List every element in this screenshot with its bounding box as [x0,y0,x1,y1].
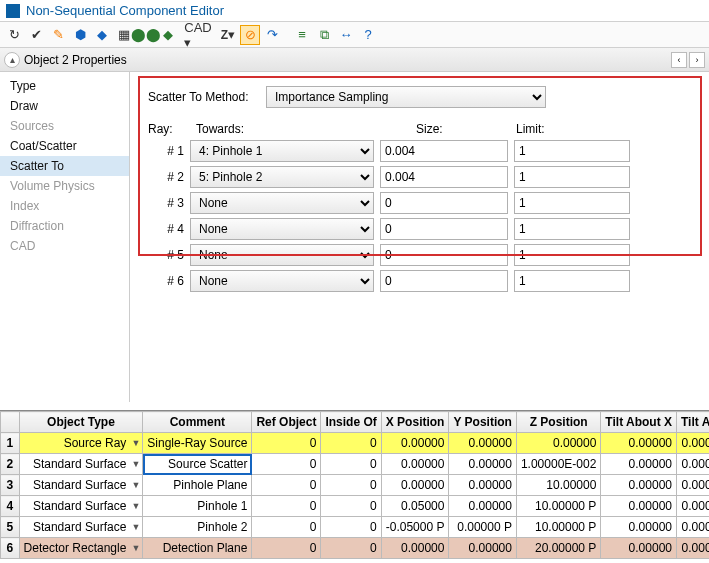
cell-r5-c1[interactable]: Standard Surface▼ [19,517,143,538]
cell-r4-c4[interactable]: 0 [321,496,381,517]
cell-r3-c6[interactable]: 0.00000 [449,475,516,496]
cell-r3-c3[interactable]: 0 [252,475,321,496]
cell-r1-c4[interactable]: 0 [321,433,381,454]
col-ref-object[interactable]: Ref Object [252,412,321,433]
cell-r2-c3[interactable]: 0 [252,454,321,475]
limit-input-6[interactable] [514,270,630,292]
wand-icon[interactable]: ✎ [48,25,68,45]
cell-r4-c6[interactable]: 0.00000 [449,496,516,517]
cell-r1-c9[interactable]: 0.00000 [677,433,710,454]
cell-r4-c8[interactable]: 0.00000 [601,496,677,517]
tree-icon[interactable]: ⧉ [314,25,334,45]
cell-r2-c7[interactable]: 1.00000E-002 [516,454,600,475]
cell-r5-c6[interactable]: 0.00000 P [449,517,516,538]
col-z-position[interactable]: Z Position [516,412,600,433]
sidebar-item-draw[interactable]: Draw [0,96,129,116]
sidebar-item-type[interactable]: Type [0,76,129,96]
cell-r1-c7[interactable]: 0.00000 [516,433,600,454]
cad-dropdown[interactable]: CAD ▾ [188,25,208,45]
cell-r2-c8[interactable]: 0.00000 [601,454,677,475]
col-tilt-abo[interactable]: Tilt Abo [677,412,710,433]
col-inside-of[interactable]: Inside Of [321,412,381,433]
cell-r3-c8[interactable]: 0.00000 [601,475,677,496]
cell-r2-c5[interactable]: 0.00000 [381,454,449,475]
cell-r1-c3[interactable]: 0 [252,433,321,454]
cell-r4-c3[interactable]: 0 [252,496,321,517]
cell-r3-c0[interactable]: 3 [1,475,20,496]
sidebar-item-cad[interactable]: CAD [0,236,129,256]
list-icon[interactable]: ≡ [292,25,312,45]
cell-r6-c8[interactable]: 0.00000 [601,538,677,559]
objtype-dropdown-icon[interactable]: ▼ [131,480,140,490]
cell-r1-c6[interactable]: 0.00000 [449,433,516,454]
cell-r3-c5[interactable]: 0.00000 [381,475,449,496]
cell-r5-c5[interactable]: -0.05000 P [381,517,449,538]
collapse-caret-icon[interactable]: ▴ [4,52,20,68]
cell-r6-c3[interactable]: 0 [252,538,321,559]
z-dropdown[interactable]: Z ▾ [218,25,238,45]
size-input-6[interactable] [380,270,508,292]
cell-r3-c2[interactable]: Pinhole Plane [143,475,252,496]
hex-settings-icon[interactable]: ⬢ [70,25,90,45]
col-rownum[interactable] [1,412,20,433]
cell-r5-c2[interactable]: Pinhole 2 [143,517,252,538]
cell-r1-c8[interactable]: 0.00000 [601,433,677,454]
cell-r4-c5[interactable]: 0.05000 [381,496,449,517]
cube-icon[interactable]: ◆ [92,25,112,45]
col-comment[interactable]: Comment [143,412,252,433]
cell-r5-c3[interactable]: 0 [252,517,321,538]
expand-icon[interactable]: ↔ [336,25,356,45]
sidebar-item-diffraction[interactable]: Diffraction [0,216,129,236]
cell-r6-c6[interactable]: 0.00000 [449,538,516,559]
validate-icon[interactable]: ✔ [26,25,46,45]
redo-icon[interactable]: ↷ [262,25,282,45]
col-object-type[interactable]: Object Type [19,412,143,433]
cell-r5-c8[interactable]: 0.00000 [601,517,677,538]
no-entry-icon[interactable]: ⊘ [240,25,260,45]
col-x-position[interactable]: X Position [381,412,449,433]
next-object-button[interactable]: › [689,52,705,68]
sidebar-item-volume-physics[interactable]: Volume Physics [0,176,129,196]
cell-r4-c2[interactable]: Pinhole 1 [143,496,252,517]
cell-r4-c9[interactable]: 0.00000 [677,496,710,517]
cell-r5-c4[interactable]: 0 [321,517,381,538]
refresh-icon[interactable]: ↻ [4,25,24,45]
cell-r2-c6[interactable]: 0.00000 [449,454,516,475]
cell-r4-c0[interactable]: 4 [1,496,20,517]
cell-r2-c2[interactable]: Source Scatter [143,454,252,475]
cell-r4-c7[interactable]: 10.00000 P [516,496,600,517]
towards-select-6[interactable]: None [190,270,374,292]
cell-r1-c2[interactable]: Single-Ray Source [143,433,252,454]
prev-object-button[interactable]: ‹ [671,52,687,68]
objtype-dropdown-icon[interactable]: ▼ [131,543,140,553]
cell-r1-c5[interactable]: 0.00000 [381,433,449,454]
cell-r3-c1[interactable]: Standard Surface▼ [19,475,143,496]
objtype-dropdown-icon[interactable]: ▼ [131,438,140,448]
objtype-dropdown-icon[interactable]: ▼ [131,459,140,469]
diamond-icon[interactable]: ◆ [158,25,178,45]
sidebar-item-index[interactable]: Index [0,196,129,216]
cell-r6-c4[interactable]: 0 [321,538,381,559]
sidebar-item-coat-scatter[interactable]: Coat/Scatter [0,136,129,156]
cell-r1-c1[interactable]: Source Ray▼ [19,433,143,454]
cell-r4-c1[interactable]: Standard Surface▼ [19,496,143,517]
cell-r2-c0[interactable]: 2 [1,454,20,475]
cell-r2-c4[interactable]: 0 [321,454,381,475]
cell-r5-c9[interactable]: 0.00000 [677,517,710,538]
cell-r6-c2[interactable]: Detection Plane [143,538,252,559]
cell-r3-c9[interactable]: 0.00000 [677,475,710,496]
cell-r5-c0[interactable]: 5 [1,517,20,538]
help-icon[interactable]: ? [358,25,378,45]
objtype-dropdown-icon[interactable]: ▼ [131,501,140,511]
sidebar-item-scatter-to[interactable]: Scatter To [0,156,129,176]
cell-r6-c1[interactable]: Detector Rectangle▼ [19,538,143,559]
objtype-dropdown-icon[interactable]: ▼ [131,522,140,532]
col-tilt-about-x[interactable]: Tilt About X [601,412,677,433]
cell-r6-c5[interactable]: 0.00000 [381,538,449,559]
sidebar-item-sources[interactable]: Sources [0,116,129,136]
link-icon[interactable]: ⬤⬤ [136,25,156,45]
cell-r2-c9[interactable]: 0.00000 [677,454,710,475]
cell-r2-c1[interactable]: Standard Surface▼ [19,454,143,475]
cell-r6-c0[interactable]: 6 [1,538,20,559]
cell-r6-c7[interactable]: 20.00000 P [516,538,600,559]
